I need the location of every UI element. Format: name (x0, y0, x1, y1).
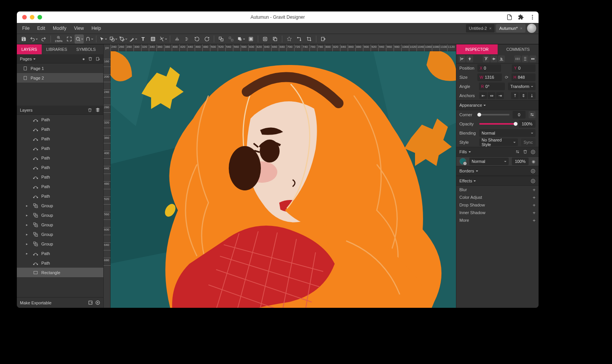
canvas[interactable] (111, 51, 456, 308)
layer-item[interactable]: ▸Group (17, 201, 103, 210)
eye-icon[interactable]: ◉ (532, 159, 536, 164)
opacity-value[interactable]: 100% (519, 120, 536, 128)
component-icon[interactable] (260, 34, 270, 44)
add-icon[interactable]: + (532, 218, 536, 223)
add-page-icon[interactable] (96, 57, 100, 61)
close-icon[interactable]: × (489, 26, 492, 31)
layer-item[interactable]: Path (17, 115, 103, 124)
menu-edit[interactable]: Edit (33, 23, 49, 34)
page-item[interactable]: Page 1 (17, 63, 103, 73)
pages-label[interactable]: Pages (20, 57, 36, 61)
borders-header[interactable]: Borders (456, 166, 539, 176)
blending-select[interactable]: Normal (479, 129, 536, 137)
layer-item[interactable]: ▸Path (17, 249, 103, 258)
fills-header[interactable]: Fills (456, 147, 539, 157)
corner-value[interactable]: 0 (513, 111, 526, 119)
add-layer-icon[interactable] (95, 107, 100, 112)
effect-row[interactable]: Inner Shadow+ (456, 209, 539, 216)
export-icon[interactable] (319, 34, 328, 44)
align-middle-icon[interactable] (490, 55, 497, 62)
ungroup-icon[interactable] (226, 34, 236, 44)
align-center-icon[interactable] (466, 55, 473, 62)
text-icon[interactable] (138, 34, 148, 44)
layer-item[interactable]: Path (17, 191, 103, 201)
fit-icon[interactable] (65, 34, 74, 44)
menu-view[interactable]: View (70, 23, 88, 34)
layer-item[interactable]: Path (17, 172, 103, 182)
fill-swatch[interactable] (459, 158, 466, 165)
frame-icon[interactable] (148, 34, 158, 44)
effect-row[interactable]: Drop Shadow+ (456, 201, 539, 209)
tab-inspector[interactable]: INSPECTOR (456, 44, 498, 54)
layer-item[interactable]: Path (17, 134, 103, 143)
add-effect-icon[interactable] (531, 179, 536, 184)
add-icon[interactable]: + (532, 202, 536, 208)
transform-button[interactable]: Transform (508, 83, 536, 90)
flip-h-icon[interactable] (173, 34, 182, 44)
layer-item[interactable]: ▸Group (17, 210, 103, 220)
vertical-ruler[interactable]: 1602002402803203604004404805205606006406… (104, 51, 111, 308)
effect-row[interactable]: Blur+ (456, 186, 539, 193)
add-export-icon[interactable] (95, 300, 100, 305)
menu-modify[interactable]: Modify (49, 23, 70, 34)
rotate-ccw-icon[interactable] (192, 34, 202, 44)
tab-libraries[interactable]: LIBRARIES (42, 44, 72, 54)
width-input[interactable]: W1316 (477, 73, 501, 81)
add-icon[interactable]: + (532, 187, 536, 193)
tab-comments[interactable]: COMMENTS (498, 44, 539, 54)
effects-header[interactable]: Effects (456, 176, 539, 186)
zoom-display[interactable]: 150% (53, 36, 64, 43)
style-select[interactable]: No Shared Style (479, 138, 518, 146)
align-bottom-icon[interactable] (498, 55, 505, 62)
layer-item[interactable]: Path (17, 143, 103, 153)
layer-item[interactable]: ▸Group (17, 229, 103, 239)
align-left-icon[interactable] (459, 55, 466, 62)
anchor-hcenter-icon[interactable]: ⇔ (488, 92, 495, 99)
slice-export-icon[interactable] (88, 300, 93, 305)
rotate-cw-icon[interactable] (202, 34, 212, 44)
fill-opacity[interactable]: 100% (512, 158, 529, 165)
link-size-icon[interactable]: ⟳ (505, 75, 508, 80)
anchor-right-icon[interactable]: ⇥ (496, 92, 504, 99)
pos-x-input[interactable]: X0 (477, 64, 501, 72)
anchor-left-icon[interactable]: ⇤ (479, 92, 487, 99)
distribute-v-icon[interactable] (522, 55, 529, 62)
appearance-header[interactable]: Appearance (456, 100, 539, 110)
add-icon[interactable]: + (532, 195, 536, 200)
draw-icon[interactable] (129, 34, 138, 44)
effect-row[interactable]: Color Adjust+ (456, 193, 539, 201)
menu-help[interactable]: Help (88, 23, 105, 34)
doc-tab[interactable]: Autumun*× (496, 24, 526, 32)
shape-icon[interactable] (109, 34, 118, 44)
fill-options-icon[interactable] (515, 150, 520, 154)
pointer-icon[interactable] (99, 34, 108, 44)
zoom-tool-icon[interactable] (75, 34, 84, 44)
trash-icon[interactable] (88, 57, 93, 61)
menu-file[interactable]: File (18, 23, 33, 34)
close-icon[interactable]: × (520, 26, 522, 31)
group-icon[interactable] (216, 34, 226, 44)
distribute-h-icon[interactable] (514, 55, 521, 62)
layers-list[interactable]: PathPathPathPathPathPathPathPathPath▸Gro… (17, 115, 103, 297)
page-item[interactable]: Page 2 (17, 73, 103, 83)
extension-icon[interactable] (518, 14, 524, 20)
add-fill-icon[interactable] (531, 150, 536, 154)
doc-tab[interactable]: Untitled-2× (466, 24, 495, 32)
layer-item[interactable]: ▸Group (17, 239, 103, 249)
horizontal-ruler[interactable]: 2402602803003203403603804004204404604805… (111, 44, 456, 51)
save-icon[interactable] (19, 34, 28, 44)
layer-item[interactable]: Path (17, 162, 103, 172)
snap-icon[interactable] (85, 34, 94, 44)
redo-icon[interactable] (39, 34, 48, 44)
clone-icon[interactable] (270, 34, 280, 44)
close-icon[interactable] (22, 15, 27, 20)
add-border-icon[interactable] (531, 169, 536, 174)
undo-icon[interactable] (29, 34, 38, 44)
fill-blend-select[interactable]: Normal (469, 158, 509, 165)
vectorize-icon[interactable] (295, 34, 304, 44)
distribute-spacing-icon[interactable] (529, 55, 536, 62)
document-icon[interactable] (506, 14, 513, 20)
more-vertical-icon[interactable] (529, 14, 536, 20)
layer-item[interactable]: Path (17, 258, 103, 268)
layer-item[interactable]: Path (17, 182, 103, 191)
